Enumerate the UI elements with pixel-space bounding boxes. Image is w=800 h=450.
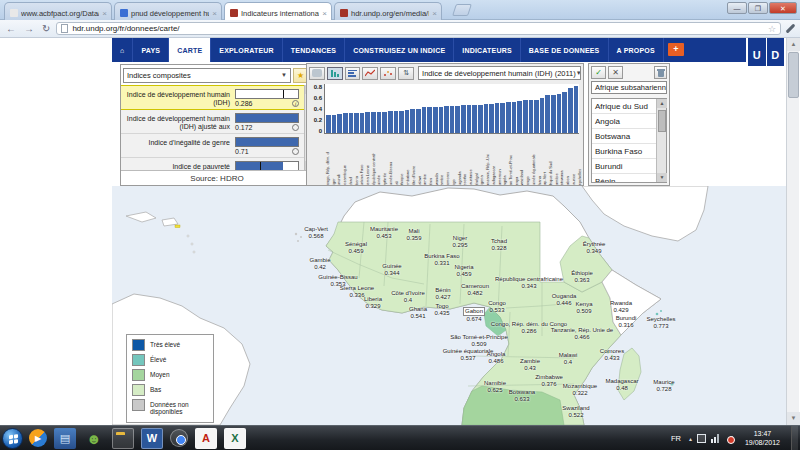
nav-home[interactable]: ⌂ (112, 38, 133, 62)
bar[interactable] (540, 98, 545, 133)
bar[interactable] (439, 107, 444, 133)
show-desktop-button[interactable] (791, 426, 798, 450)
bar[interactable] (545, 95, 550, 133)
country-list-item[interactable]: Bénin (592, 174, 666, 183)
bar[interactable] (484, 104, 489, 133)
bar[interactable] (343, 113, 348, 133)
bar[interactable] (337, 114, 342, 133)
forward-icon[interactable]: → (22, 22, 36, 36)
index-gauge[interactable] (235, 161, 299, 170)
taskbar-app-icon[interactable] (112, 428, 134, 449)
bar[interactable] (394, 111, 399, 133)
index-row[interactable]: Indice de développement humain (IDH) aju… (121, 110, 313, 134)
sort-icon[interactable]: ⇅ (398, 67, 414, 80)
country-list-item[interactable]: Botswana (592, 129, 666, 144)
bar[interactable] (562, 92, 567, 133)
scroll-down-arrow[interactable]: ▼ (787, 412, 800, 425)
browser-tab[interactable]: pnud développement hum × (114, 2, 222, 20)
bar[interactable] (557, 94, 562, 133)
bar[interactable] (444, 106, 449, 133)
bar[interactable] (523, 100, 528, 133)
nav-item[interactable]: A PROPOS (609, 38, 664, 62)
taskbar-app-icon[interactable]: ▶ (29, 429, 47, 447)
tab-close-icon[interactable]: × (322, 9, 327, 18)
bar[interactable] (365, 112, 370, 133)
bar[interactable] (422, 107, 427, 133)
bar[interactable] (433, 107, 438, 133)
bar[interactable] (371, 112, 376, 133)
info-icon[interactable] (292, 148, 299, 155)
gauge-marker[interactable] (283, 90, 284, 98)
bar[interactable] (529, 100, 534, 133)
info-icon[interactable] (292, 124, 299, 131)
tray-expand-icon[interactable]: ▴ (689, 435, 692, 442)
tab-close-icon[interactable]: × (102, 9, 107, 18)
index-row[interactable]: Indice de développement humain (IDH) 0.2… (121, 85, 313, 110)
minimize-button[interactable]: — (727, 2, 747, 14)
bar[interactable] (568, 88, 573, 133)
browser-tab[interactable]: hdr.undp.org/en/media/H × (334, 2, 442, 20)
bar[interactable] (416, 109, 421, 134)
taskbar-app-icon[interactable]: ▤ (54, 428, 76, 449)
indicator-dropdown[interactable]: Indice de développement humain (IDH) (20… (418, 66, 581, 80)
bar[interactable] (478, 105, 483, 133)
bar[interactable] (360, 113, 365, 133)
wrench-menu-icon[interactable] (786, 24, 796, 34)
volume-muted-icon[interactable] (725, 434, 734, 443)
index-gauge[interactable] (235, 113, 299, 123)
clock[interactable]: 13:47 19/08/2012 (739, 429, 786, 447)
bar[interactable] (382, 112, 387, 133)
scatter-chart-icon[interactable] (380, 67, 396, 80)
tab-close-icon[interactable]: × (432, 9, 437, 18)
maximize-button[interactable]: ❐ (748, 2, 768, 14)
country-list-item[interactable]: Afrique du Sud (592, 99, 666, 114)
action-center-icon[interactable] (697, 434, 706, 443)
nav-item[interactable]: CONSTRUISEZ UN INDICE (345, 38, 454, 62)
clear-button[interactable]: ✕ (608, 66, 623, 79)
country-list-scrollbar[interactable]: ▲ ▼ (656, 99, 666, 182)
index-gauge[interactable] (235, 137, 299, 147)
trash-icon[interactable] (654, 66, 667, 79)
close-button[interactable]: ✕ (769, 2, 797, 14)
bar[interactable] (354, 113, 359, 133)
browser-tab[interactable]: Indicateurs internationaux × (224, 2, 332, 20)
country-list-item[interactable]: Angola (592, 114, 666, 129)
index-row[interactable]: Indice de pauvreté (121, 158, 313, 170)
indices-dropdown[interactable]: Indices composites ▼ (123, 68, 291, 83)
bar[interactable] (467, 105, 472, 133)
taskbar-app-icon[interactable]: W (141, 428, 163, 449)
nav-plus-button[interactable]: + (668, 43, 684, 56)
index-row[interactable]: Indice d'inégalité de genre 0.71 (121, 134, 313, 158)
bar[interactable] (551, 95, 556, 133)
bar[interactable] (388, 111, 393, 133)
nav-item[interactable]: EXPLORATEUR (211, 38, 283, 62)
back-icon[interactable]: ← (4, 22, 18, 36)
gauge-marker[interactable] (260, 162, 261, 170)
bar[interactable] (410, 109, 415, 134)
bar[interactable] (489, 104, 494, 133)
map-canvas[interactable]: Cap-Vert 0.568 Mauritanie 0.453 Mali 0.3… (112, 186, 786, 425)
bar[interactable] (574, 86, 579, 133)
bar[interactable] (472, 105, 477, 133)
browser-tab[interactable]: www.acbfpact.org/Data/Si × (4, 2, 112, 20)
index-gauge[interactable] (235, 89, 299, 99)
column-chart-icon[interactable] (327, 67, 343, 80)
bar[interactable] (512, 102, 517, 133)
taskbar-app-icon[interactable]: ☻ (83, 428, 105, 449)
bar[interactable] (517, 101, 522, 133)
new-tab-button[interactable] (452, 4, 472, 16)
bar[interactable] (326, 115, 331, 133)
region-dropdown[interactable]: Afrique subsaharienn ▼ (591, 81, 667, 94)
page-scrollbar[interactable]: ▲ ▼ (786, 38, 799, 425)
start-button[interactable] (2, 428, 23, 449)
scroll-up-arrow[interactable]: ▲ (787, 38, 800, 51)
bar[interactable] (506, 102, 511, 133)
scroll-thumb[interactable] (788, 52, 799, 98)
info-icon[interactable]: i (292, 100, 299, 107)
bookmark-star-icon[interactable]: ☆ (768, 24, 776, 34)
apply-button[interactable]: ✓ (591, 66, 606, 79)
reload-icon[interactable]: ↻ (40, 22, 52, 36)
nav-item[interactable]: PAYS (133, 38, 169, 62)
bar[interactable] (495, 103, 500, 133)
taskbar-app-icon[interactable]: X (224, 428, 246, 449)
